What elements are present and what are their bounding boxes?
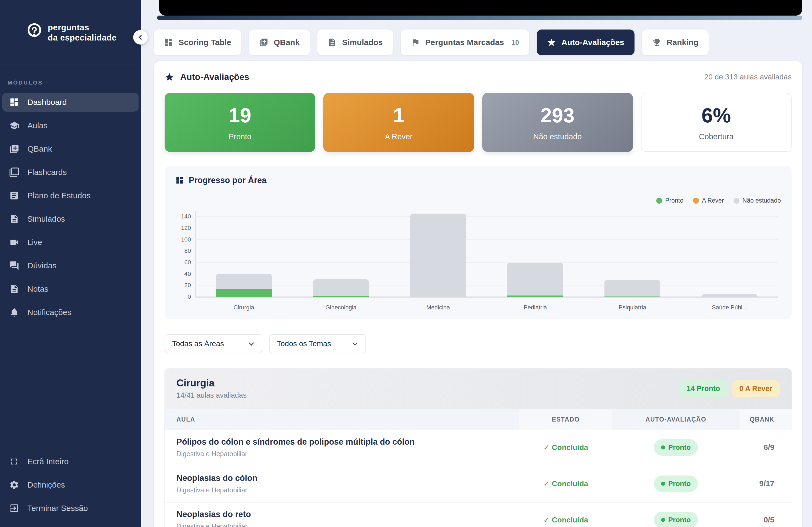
chart-slot-ginecologia — [292, 211, 390, 297]
tema-filter-value: Todos os Temas — [277, 340, 331, 348]
sidebar-item-live[interactable]: Live — [2, 233, 139, 252]
chart-bars — [195, 211, 778, 297]
sidebar-item-simulados[interactable]: Simulados — [2, 210, 139, 228]
x-axis-labels: CirurgiaGinecologiaMedicinaPediatriaPsiq… — [195, 304, 778, 311]
x-axis-label: Saúde Públ... — [681, 304, 778, 311]
tab-scoring-table[interactable]: Scoring Table — [154, 30, 242, 55]
lesson-subtitle: Digestiva e Hepatobiliar — [176, 523, 519, 527]
estado-label: Concluída — [552, 480, 588, 488]
stat-value: 19 — [229, 104, 251, 127]
sidebar-item-duvidas[interactable]: Dúvidas — [2, 256, 139, 275]
chart-slot-psiquiatria — [584, 211, 681, 297]
chart-legend: ProntoA ReverNão estudado — [175, 197, 781, 204]
sidebar-item-label: Dúvidas — [27, 261, 56, 270]
sidebar-item-qbank[interactable]: QBank — [2, 139, 139, 158]
sidebar-item-aulas[interactable]: Aulas — [2, 116, 139, 135]
area-filter-value: Todas as Áreas — [172, 340, 224, 348]
y-tick-label: 140 — [176, 213, 191, 220]
bar-saude-publ — [702, 294, 757, 297]
top-banner — [154, 0, 802, 20]
sidebar-collapse-button[interactable] — [133, 30, 148, 45]
lesson-title: Neoplasias do cólon — [176, 473, 519, 483]
document-icon — [9, 214, 19, 224]
stat-card-nao-estudado: 293Não estudado — [482, 93, 633, 152]
sidebar-item-label: Ecrã Inteiro — [27, 457, 69, 466]
sidebar-item-notificacoes[interactable]: Notificações — [2, 303, 139, 322]
legend-label: A Rever — [702, 197, 724, 204]
tab-qbank[interactable]: QBank — [249, 30, 310, 55]
tab-label: Ranking — [667, 38, 698, 47]
y-tick-label: 80 — [176, 247, 191, 254]
tab-ranking[interactable]: Ranking — [642, 30, 709, 55]
section-badge-14-pronto: 14 Pronto — [679, 380, 728, 397]
column-header-aula: AULA — [164, 409, 519, 430]
chart-title: Progresso por Área — [189, 176, 266, 185]
grid-icon — [164, 38, 173, 47]
sidebar-footer-menu: Ecrã InteiroDefiniçõesTerminar Sessão — [0, 452, 141, 527]
area-filter-select[interactable]: Todas as Áreas — [164, 334, 262, 353]
status-label: Pronto — [668, 516, 691, 524]
x-axis-label: Psiquiatria — [584, 304, 681, 311]
fullscreen-icon — [9, 456, 19, 467]
tab-label: Simulados — [342, 38, 383, 47]
lesson-cell: Neoplasias do cólonDigestiva e Hepatobil… — [164, 473, 519, 494]
bar-segment-nao-estudado — [702, 294, 757, 297]
legend-item-a-rever: A Rever — [693, 197, 724, 204]
document-icon — [328, 38, 337, 47]
app-title: perguntas da especialidade — [48, 22, 117, 64]
bar-segment-pronto — [507, 296, 563, 297]
qbank-cell: 9/17 — [740, 479, 792, 488]
lesson-title: Neoplasias do reto — [176, 510, 519, 519]
avaliacao-cell: Pronto — [612, 512, 740, 527]
sidebar-item-notas[interactable]: Notas — [2, 280, 139, 298]
legend-label: Pronto — [665, 197, 683, 204]
stat-label: Cobertura — [699, 132, 734, 141]
bar-pediatria — [507, 263, 563, 297]
tab-simulados[interactable]: Simulados — [317, 30, 393, 55]
sidebar-item-dashboard[interactable]: Dashboard — [2, 93, 139, 111]
card-header: Auto-Avaliações 20 de 313 aulas avaliada… — [164, 72, 792, 82]
y-tick-label: 60 — [176, 259, 191, 266]
x-axis-label: Medicina — [390, 304, 487, 311]
y-tick-label: 0 — [176, 293, 191, 300]
table-row[interactable]: Pólipos do cólon e síndromes de polipose… — [164, 430, 792, 466]
x-axis-label: Cirurgia — [195, 304, 292, 311]
bar-segment-pronto — [313, 296, 369, 297]
tab-badge: 10 — [511, 39, 519, 46]
tema-filter-select[interactable]: Todos os Temas — [269, 334, 366, 353]
flag-icon — [411, 38, 420, 47]
table-row[interactable]: Neoplasias do cólonDigestiva e Hepatobil… — [164, 466, 792, 502]
library-add-icon — [9, 144, 19, 154]
sidebar-item-ecra-inteiro[interactable]: Ecrã Inteiro — [2, 452, 139, 471]
sidebar-item-flashcards[interactable]: Flashcards — [2, 163, 139, 182]
section-title: Cirurgia — [176, 378, 246, 389]
sidebar-item-terminar-sessao[interactable]: Terminar Sessão — [2, 499, 139, 517]
tab-perguntas-marcadas[interactable]: Perguntas Marcadas10 — [401, 30, 529, 55]
bell-icon — [9, 307, 19, 317]
flashcards-icon — [9, 167, 19, 177]
stat-cards: 19Pronto1A Rever293Não estudado6%Cobertu… — [164, 93, 792, 152]
status-dot — [661, 482, 665, 486]
sidebar-menu: DashboardAulasQBankFlashcardsPlano de Es… — [0, 93, 141, 326]
star-icon — [547, 38, 556, 47]
sidebar-item-plano-de-estudos[interactable]: Plano de Estudos — [2, 186, 139, 205]
sidebar-item-label: Simulados — [27, 214, 65, 224]
status-badge: Pronto — [654, 439, 698, 456]
chart-slot-pediatria — [487, 211, 584, 297]
legend-dot — [734, 198, 740, 204]
chat-icon — [9, 260, 19, 271]
estado-label: Concluída — [552, 516, 588, 524]
chart-slot-cirurgia — [195, 211, 292, 297]
sidebar-item-label: Flashcards — [27, 168, 67, 177]
sidebar-item-definicoes[interactable]: Definições — [2, 476, 139, 494]
bar-segment-nao-estudado — [410, 214, 466, 297]
legend-item-pronto: Pronto — [656, 197, 683, 204]
bar-segment-nao-estudado — [507, 263, 563, 296]
bar-chart: 020406080100120140 — [195, 211, 778, 297]
bar-segment-nao-estudado — [313, 279, 369, 296]
legend-dot — [693, 198, 699, 204]
column-header-auto-avaliacao: AUTO-AVALIAÇÃO — [612, 409, 740, 430]
tab-auto-avaliacoes[interactable]: Auto-Avaliações — [537, 30, 635, 55]
stat-value: 6% — [701, 104, 731, 127]
table-row[interactable]: Neoplasias do retoDigestiva e Hepatobili… — [164, 502, 792, 527]
